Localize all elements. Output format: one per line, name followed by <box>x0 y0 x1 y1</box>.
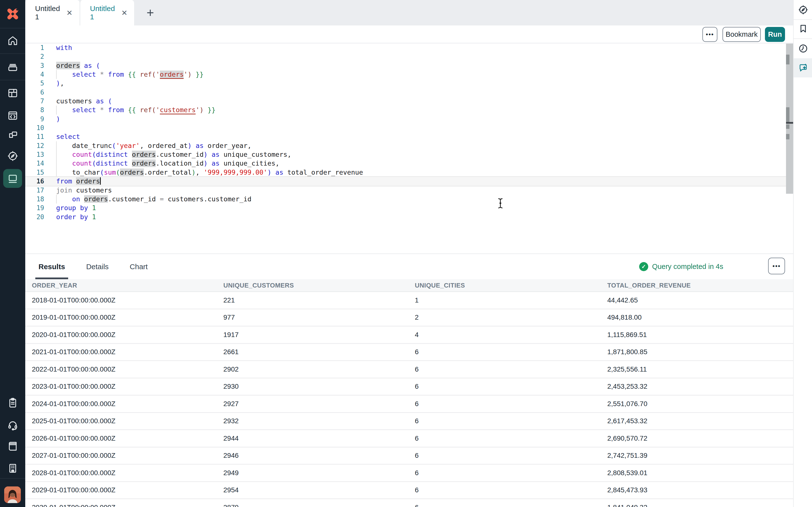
table-cell: 2 <box>415 314 607 321</box>
line-number: 18 <box>25 195 44 204</box>
table-row[interactable]: 2027-01-01T00:00:00.000Z294662,742,751.3… <box>25 448 793 465</box>
right-rail-item-compass[interactable] <box>794 3 812 17</box>
code-line-20: 20order by 1 <box>25 213 793 221</box>
table-row[interactable]: 2022-01-01T00:00:00.000Z290262,325,556.1… <box>25 361 793 379</box>
editor-tab-2[interactable]: Untitled 1✕ <box>80 0 134 25</box>
line-number: 4 <box>25 70 44 79</box>
scrollbar-cursor-mark <box>786 122 793 124</box>
code-line-3: 3orders as ( <box>25 61 793 70</box>
sidebar-item-dashboard[interactable] <box>0 86 25 100</box>
scrollbar-mark <box>786 107 790 123</box>
editor-scrollbar[interactable] <box>786 44 793 194</box>
table-cell: 2,808,539.01 <box>607 469 793 477</box>
scrollbar-mark <box>786 124 790 129</box>
right-rail-item-history[interactable] <box>794 42 812 55</box>
table-row[interactable]: 2030-01-01T00:00:00.000Z287961,841,049.3… <box>25 499 793 507</box>
table-cell: 2944 <box>223 435 415 442</box>
table-cell: 2932 <box>223 417 415 425</box>
new-tab-button[interactable]: + <box>137 0 164 25</box>
query-status-text: Query completed in 4s <box>652 263 723 271</box>
code-line-10: 10 <box>25 123 793 132</box>
line-number: 7 <box>25 97 44 106</box>
sidebar-item-home[interactable] <box>0 34 25 48</box>
table-cell: 494,818.00 <box>607 314 793 321</box>
results-tab-chart[interactable]: Chart <box>126 254 151 279</box>
code-line-6: 6 <box>25 88 793 97</box>
table-cell: 2026-01-01T00:00:00.000Z <box>32 435 223 442</box>
bookmark-button[interactable]: Bookmark <box>722 27 761 42</box>
sql-editor[interactable]: 1with23orders as (4 select * from {{ ref… <box>25 43 793 253</box>
table-cell: 2021-01-01T00:00:00.000Z <box>32 348 223 356</box>
results-table-body: 2018-01-01T00:00:00.000Z221144,442.65201… <box>25 292 793 507</box>
table-cell: 2028-01-01T00:00:00.000Z <box>32 469 223 477</box>
table-row[interactable]: 2025-01-01T00:00:00.000Z293262,617,453.3… <box>25 413 793 430</box>
code-line-1: 1with <box>25 43 793 52</box>
table-cell: 2661 <box>223 348 415 356</box>
table-row[interactable]: 2028-01-01T00:00:00.000Z294962,808,539.0… <box>25 465 793 482</box>
results-tab-details[interactable]: Details <box>83 254 112 279</box>
table-cell: 6 <box>415 348 607 356</box>
line-number: 16 <box>25 177 44 186</box>
table-row[interactable]: 2024-01-01T00:00:00.000Z292762,551,076.7… <box>25 396 793 413</box>
code-line-13: 13 count(distinct orders.customer_id) as… <box>25 150 793 159</box>
table-cell: 2,325,556.11 <box>607 365 793 373</box>
table-cell: 6 <box>415 452 607 459</box>
right-rail-item-bookmark[interactable] <box>794 22 812 36</box>
column-header-order_year: ORDER_YEAR <box>32 282 223 289</box>
table-cell: 1917 <box>223 331 415 339</box>
editor-tab-1[interactable]: Untitled 1✕ <box>25 0 80 25</box>
table-cell: 2020-01-01T00:00:00.000Z <box>32 331 223 339</box>
close-icon[interactable]: ✕ <box>66 9 72 17</box>
scrollbar-mark <box>786 134 790 139</box>
column-header-unique_customers: UNIQUE_CUSTOMERS <box>223 282 415 289</box>
right-rail-item-ai-chat[interactable] <box>794 61 812 75</box>
headset-icon <box>7 419 19 431</box>
results-more-button[interactable]: ••• <box>768 258 785 274</box>
user-avatar[interactable] <box>4 487 21 503</box>
line-number: 20 <box>25 213 44 221</box>
sidebar-item-book[interactable] <box>0 439 25 453</box>
editor-toolbar: ••• Bookmark Run <box>25 25 793 43</box>
line-number: 19 <box>25 204 44 212</box>
table-cell: 2027-01-01T00:00:00.000Z <box>32 452 223 459</box>
run-button[interactable]: Run <box>765 27 785 42</box>
table-row[interactable]: 2029-01-01T00:00:00.000Z295462,845,473.9… <box>25 482 793 499</box>
apps-icon <box>7 129 19 141</box>
right-rail-divider <box>794 19 812 20</box>
compass-icon <box>7 150 19 162</box>
table-row[interactable]: 2021-01-01T00:00:00.000Z266161,871,800.8… <box>25 344 793 361</box>
table-cell: 977 <box>223 314 415 321</box>
results-tab-results[interactable]: Results <box>35 254 68 279</box>
table-row[interactable]: 2020-01-01T00:00:00.000Z191741,115,869.5… <box>25 327 793 344</box>
table-cell: 2024-01-01T00:00:00.000Z <box>32 400 223 408</box>
results-panel: ResultsDetailsChart ✓ Query completed in… <box>25 253 793 507</box>
sidebar-item-headset[interactable] <box>0 418 25 432</box>
text-cursor <box>100 177 101 185</box>
table-row[interactable]: 2018-01-01T00:00:00.000Z221144,442.65 <box>25 292 793 309</box>
sidebar-item-clipboard[interactable] <box>0 396 25 409</box>
line-number: 15 <box>25 168 44 177</box>
sidebar-item-building[interactable] <box>0 461 25 475</box>
sidebar-item-apps[interactable] <box>0 128 25 142</box>
table-row[interactable]: 2026-01-01T00:00:00.000Z294462,690,570.7… <box>25 430 793 448</box>
app-window: Untitled 1✕Untitled 1✕ + ••• Bookmark Ru… <box>0 0 812 507</box>
line-number: 8 <box>25 106 44 114</box>
more-options-button[interactable]: ••• <box>702 27 717 42</box>
sidebar-item-compass[interactable] <box>0 149 25 163</box>
code-line-2: 2 <box>25 52 793 61</box>
table-cell: 4 <box>415 331 607 339</box>
line-number: 9 <box>25 115 44 123</box>
book-icon <box>7 440 19 452</box>
logo-x-icon <box>5 6 21 22</box>
table-cell: 1,115,869.51 <box>607 331 793 339</box>
table-row[interactable]: 2023-01-01T00:00:00.000Z293062,453,253.3… <box>25 379 793 396</box>
query-status: ✓ Query completed in 4s <box>639 254 723 279</box>
table-row[interactable]: 2019-01-01T00:00:00.000Z9772494,818.00 <box>25 309 793 327</box>
sidebar-item-terminal[interactable] <box>3 169 22 188</box>
close-icon[interactable]: ✕ <box>121 9 128 17</box>
sidebar-item-code-window[interactable] <box>0 109 25 122</box>
line-number: 13 <box>25 150 44 159</box>
code-window-icon <box>7 110 19 121</box>
table-cell: 2902 <box>223 365 415 373</box>
sidebar-item-drawer[interactable] <box>0 60 25 74</box>
